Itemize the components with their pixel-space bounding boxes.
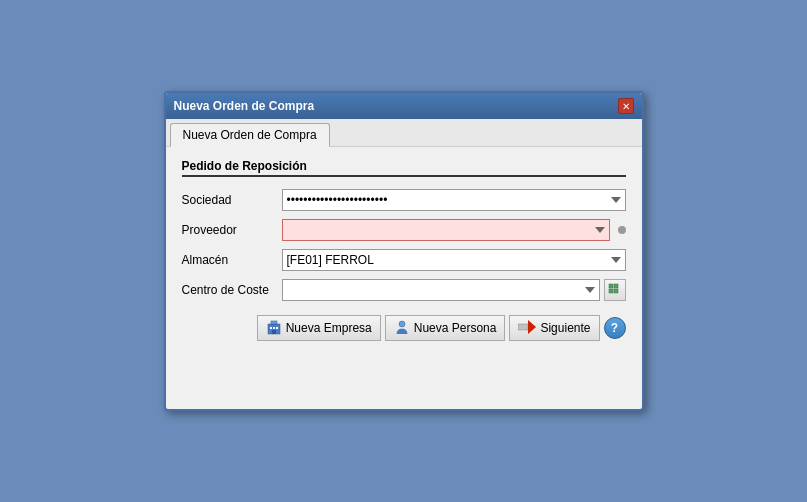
svg-rect-1 xyxy=(614,284,618,288)
help-button[interactable]: ? xyxy=(604,317,626,339)
section-title: Pedido de Reposición xyxy=(182,159,626,177)
proveedor-indicator xyxy=(618,226,626,234)
person-icon xyxy=(394,319,410,335)
dialog-body: Pedido de Reposición Sociedad ••••••••••… xyxy=(166,147,642,353)
empresa-icon xyxy=(266,319,282,338)
centro-label: Centro de Coste xyxy=(182,283,282,297)
almacen-row: Almacén [FE01] FERROL xyxy=(182,249,626,271)
svg-rect-11 xyxy=(518,324,528,330)
nueva-empresa-label: Nueva Empresa xyxy=(286,321,372,335)
svg-rect-8 xyxy=(276,327,278,329)
nueva-persona-label: Nueva Persona xyxy=(414,321,497,335)
proveedor-select[interactable] xyxy=(282,219,610,241)
tab-nueva-orden[interactable]: Nueva Orden de Compra xyxy=(170,123,330,147)
building-icon xyxy=(266,319,282,335)
close-button[interactable]: ✕ xyxy=(618,98,634,114)
dialog-title: Nueva Orden de Compra xyxy=(174,99,315,113)
sociedad-row: Sociedad •••••••••••••••••••••••• xyxy=(182,189,626,211)
proveedor-row: Proveedor xyxy=(182,219,626,241)
persona-icon xyxy=(394,319,410,338)
arrow-right-icon xyxy=(518,320,536,334)
dialog-titlebar: Nueva Orden de Compra ✕ xyxy=(166,93,642,119)
svg-rect-5 xyxy=(271,321,277,324)
siguiente-label: Siguiente xyxy=(540,321,590,335)
centro-select[interactable] xyxy=(282,279,600,301)
centro-row: Centro de Coste xyxy=(182,279,626,301)
svg-rect-0 xyxy=(609,284,613,288)
svg-marker-12 xyxy=(528,320,536,334)
proveedor-control xyxy=(282,219,626,241)
siguiente-icon xyxy=(518,320,536,337)
svg-rect-9 xyxy=(272,330,276,334)
svg-rect-2 xyxy=(609,289,613,293)
svg-rect-6 xyxy=(270,327,272,329)
sociedad-select[interactable]: •••••••••••••••••••••••• xyxy=(282,189,626,211)
centro-icon-button[interactable] xyxy=(604,279,626,301)
nueva-empresa-button[interactable]: Nueva Empresa xyxy=(257,315,381,341)
siguiente-button[interactable]: Siguiente xyxy=(509,315,599,341)
grid-icon xyxy=(608,283,622,297)
sociedad-label: Sociedad xyxy=(182,193,282,207)
svg-point-10 xyxy=(399,321,405,327)
proveedor-label: Proveedor xyxy=(182,223,282,237)
dialog-window: Nueva Orden de Compra ✕ Nueva Orden de C… xyxy=(164,91,644,411)
nueva-persona-button[interactable]: Nueva Persona xyxy=(385,315,506,341)
sociedad-control: •••••••••••••••••••••••• xyxy=(282,189,626,211)
svg-rect-7 xyxy=(273,327,275,329)
button-row: Nueva Empresa Nueva Persona xyxy=(182,315,626,341)
almacen-label: Almacén xyxy=(182,253,282,267)
centro-control xyxy=(282,279,626,301)
almacen-select[interactable]: [FE01] FERROL xyxy=(282,249,626,271)
tab-bar: Nueva Orden de Compra xyxy=(166,119,642,147)
almacen-control: [FE01] FERROL xyxy=(282,249,626,271)
svg-rect-3 xyxy=(614,289,618,293)
